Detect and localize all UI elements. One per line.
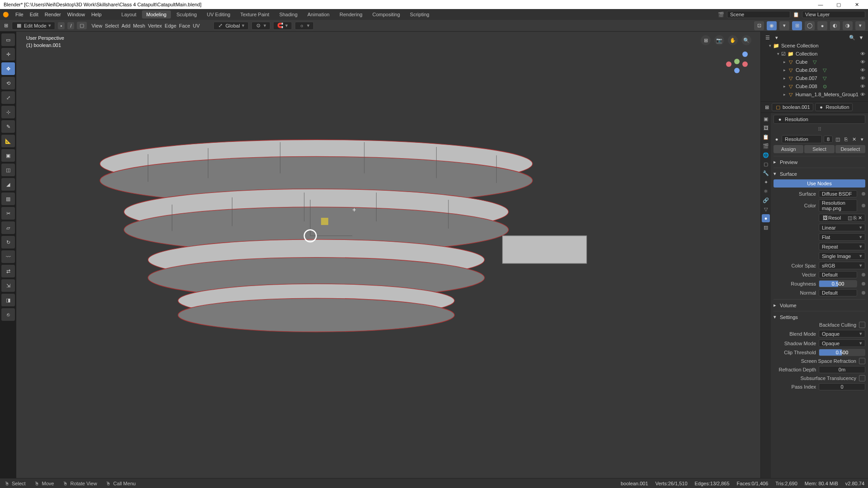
node-socket-icon[interactable] [862, 291, 865, 295]
menu-add[interactable]: Add [122, 23, 131, 28]
node-socket-icon[interactable] [862, 273, 865, 277]
section-settings[interactable]: ▾Settings [774, 313, 865, 321]
visibility-toggle[interactable]: 👁 [860, 75, 865, 81]
outliner-item[interactable]: ▸▽Cube.006▽👁 [763, 66, 866, 74]
tab-physics[interactable]: ⚛ [762, 187, 770, 195]
menu-vertex[interactable]: Vertex [148, 23, 162, 28]
pivot-selector[interactable]: ⊙▾ [251, 22, 270, 30]
material-ball-icon[interactable]: ● [774, 136, 780, 142]
shading-lookdev[interactable]: ◐ [830, 21, 840, 30]
visibility-toggle[interactable]: 👁 [860, 59, 865, 65]
new-material-icon[interactable]: ◫ [835, 136, 841, 142]
blendmode-select[interactable]: Opaque▾ [819, 330, 865, 338]
path-material[interactable]: ●Resolution [815, 103, 853, 111]
tool-select-box[interactable]: ▭ [1, 33, 15, 46]
tool-rotate[interactable]: ⟲ [1, 77, 15, 89]
menu-render[interactable]: Render [45, 12, 61, 17]
interp-select[interactable]: Linear▾ [819, 224, 865, 231]
workspace-shading[interactable]: Shading [275, 10, 302, 19]
snap-selector[interactable]: 🧲▾ [273, 22, 292, 30]
section-preview[interactable]: ▸Preview [774, 158, 865, 166]
projection-select[interactable]: Flat▾ [819, 233, 865, 241]
assign-button[interactable]: Assign [774, 145, 803, 153]
workspace-rendering[interactable]: Rendering [335, 10, 367, 19]
copy-material-icon[interactable]: ⎘ [843, 136, 849, 142]
menu-face[interactable]: Face [179, 23, 190, 28]
mesh-display-icon[interactable]: ⊡ [754, 21, 764, 30]
editor-type-icon[interactable]: ⊞ [3, 23, 9, 29]
node-socket-icon[interactable] [862, 192, 865, 196]
workspace-compositing[interactable]: Compositing [368, 10, 405, 19]
tool-edgeslide[interactable]: ⇄ [1, 265, 15, 277]
menu-file[interactable]: File [15, 12, 24, 17]
material-name-field[interactable]: Resolution [782, 135, 822, 143]
source-select[interactable]: Single Image▾ [819, 252, 865, 260]
face-select-mode[interactable]: ▢ [77, 22, 87, 29]
tab-particles[interactable]: ✦ [762, 178, 770, 186]
node-socket-icon[interactable] [862, 204, 865, 207]
minimize-button[interactable]: — [813, 2, 828, 8]
outliner-item[interactable]: ▸▽Cube▽👁 [763, 58, 866, 66]
close-button[interactable]: ✕ [849, 2, 864, 8]
overlay-dropdown[interactable]: ▾ [779, 21, 789, 30]
edge-select-mode[interactable]: / [67, 22, 74, 29]
tool-inset[interactable]: ◫ [1, 164, 15, 176]
orientation-selector[interactable]: ⤢Global▾ [213, 22, 249, 30]
filter-funnel-icon[interactable]: ▼ [858, 34, 864, 41]
tool-shear[interactable]: ◨ [1, 294, 15, 306]
search-icon[interactable]: 🔍 [849, 34, 855, 41]
section-surface[interactable]: ▾Surface [774, 170, 865, 178]
menu-edit[interactable]: Edit [30, 12, 38, 17]
tab-constraints[interactable]: 🔗 [762, 196, 770, 204]
tab-render[interactable]: ▣ [762, 115, 770, 123]
surface-shader[interactable]: Diffuse BSDF [819, 190, 857, 197]
roughness-input[interactable]: 0.500 [819, 280, 857, 287]
menu-window[interactable]: Window [67, 12, 85, 17]
shading-dropdown[interactable]: ▾ [855, 21, 865, 30]
tool-scale[interactable]: ⤢ [1, 91, 15, 104]
ssr-checkbox[interactable] [859, 358, 865, 364]
tab-texture[interactable]: ▨ [762, 223, 770, 231]
workspace-modeling[interactable]: Modeling [142, 10, 171, 19]
select-button[interactable]: Select [804, 145, 834, 153]
node-socket-icon[interactable] [862, 282, 865, 286]
tool-rip[interactable]: ⎋ [1, 308, 15, 321]
tool-spin[interactable]: ↻ [1, 236, 15, 249]
material-slot-list[interactable]: ● Resolution [774, 115, 865, 124]
scene-selector[interactable]: Scene [727, 11, 790, 18]
outliner-item[interactable]: ▸▽Cube.007▽👁 [763, 74, 866, 82]
sss-checkbox[interactable] [859, 375, 865, 381]
vert-select-mode[interactable]: • [58, 22, 65, 29]
menu-uv[interactable]: UV [193, 23, 200, 28]
tool-smooth[interactable]: 〰 [1, 250, 15, 263]
outliner-icon[interactable]: ☰ [764, 34, 771, 41]
deselect-button[interactable]: Deselect [835, 145, 865, 153]
shadowmode-select[interactable]: Opaque▾ [819, 339, 865, 347]
colorspace-select[interactable]: sRGB▾ [819, 262, 865, 269]
menu-mesh[interactable]: Mesh [133, 23, 145, 28]
overlay-toggle[interactable]: ◉ [767, 21, 777, 30]
xray-toggle[interactable]: ⊞ [792, 21, 802, 30]
tab-mesh-data[interactable]: ▽ [762, 205, 770, 213]
shading-rendered[interactable]: ◑ [843, 21, 853, 30]
tool-cursor[interactable]: ✛ [1, 48, 15, 61]
tool-polybuild[interactable]: ▱ [1, 221, 15, 234]
vector-select[interactable]: Default [819, 271, 857, 278]
tab-world[interactable]: 🌐 [762, 151, 770, 159]
properties-editor-icon[interactable]: ⊞ [764, 104, 770, 110]
workspace-texture-paint[interactable]: Texture Paint [236, 10, 274, 19]
material-dropdown-icon[interactable]: ▾ [859, 136, 865, 142]
tool-loopcut[interactable]: ▥ [1, 192, 15, 205]
tab-scene[interactable]: 🎬 [762, 142, 770, 150]
clipthreshold-input[interactable]: 0.500 [819, 349, 865, 356]
section-volume[interactable]: ▸Volume [774, 301, 865, 309]
workspace-layout[interactable]: Layout [117, 10, 141, 19]
material-users[interactable]: 8 [824, 136, 833, 143]
visibility-toggle[interactable]: 👁 [860, 84, 865, 89]
use-nodes-button[interactable]: Use Nodes [774, 179, 865, 188]
viewlayer-selector[interactable]: View Layer [802, 11, 865, 18]
tab-object[interactable]: ▢ [762, 160, 770, 168]
slot-grip[interactable]: ⠿ [774, 127, 865, 132]
tool-extrude[interactable]: ▣ [1, 149, 15, 162]
unlink-material-icon[interactable]: ✕ [851, 136, 857, 142]
